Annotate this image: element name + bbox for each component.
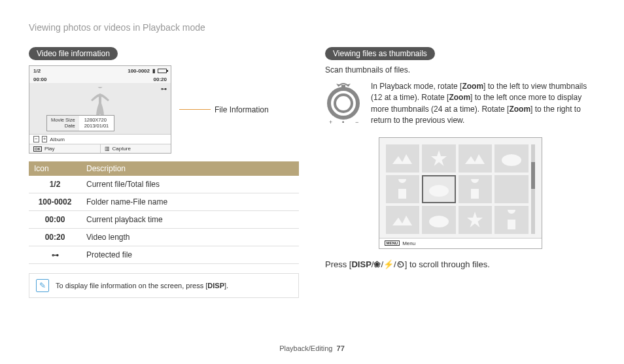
ok-icon: OK — [33, 146, 42, 152]
right-column: Viewing files as thumbnails Scan thumbna… — [325, 47, 595, 298]
thumbnail-cell — [494, 206, 529, 234]
menu-label: Menu — [402, 240, 415, 246]
thumbnail-cell — [494, 175, 529, 203]
thumbnail-cell — [386, 144, 420, 173]
file-info-overlay: Movie Size Date 1280X720 2013/01/01 — [46, 115, 114, 132]
svg-point-10 — [429, 216, 449, 227]
zoom-dial-icon: + • − — [325, 81, 362, 127]
thumbnail-screen-mock: MENU Menu — [379, 137, 542, 249]
disp-button-label: DISP — [207, 282, 224, 290]
album-label: Album — [50, 137, 65, 142]
svg-point-9 — [429, 185, 449, 197]
left-column: Video file information 1/2 100-0002 ▮ 00… — [29, 47, 299, 298]
thumbnail-cell — [422, 144, 456, 173]
thumbnail-cell — [386, 175, 420, 203]
table-row: 00:20Video length — [29, 229, 299, 246]
thumbnail-scrollbar[interactable] — [531, 144, 535, 234]
svg-rect-4 — [341, 85, 345, 88]
camera-screen-mock: 1/2 100-0002 ▮ 00:00 00:20 ⊶ — [29, 65, 171, 154]
folder-file-name: 100-0002 — [128, 68, 150, 74]
thumbnail-cell — [459, 206, 493, 234]
thumbnail-cell — [459, 144, 493, 173]
zoom-instruction-text: In Playback mode, rotate [Zoom] to the l… — [371, 81, 595, 127]
svg-text:+: + — [329, 119, 332, 125]
thumbnails-subtext: Scan thumbnails of files. — [325, 65, 595, 74]
thumbnail-grid — [386, 144, 529, 234]
screen-time-row: 00:00 00:20 — [29, 76, 171, 83]
section-pill-video-info: Video file information — [29, 47, 118, 60]
manual-page: Viewing photos or videos in Playback mod… — [0, 0, 624, 364]
battery-icon — [158, 69, 167, 73]
protected-file-icon: ⊶ — [161, 86, 167, 92]
capture-icon: ▥ — [105, 146, 110, 152]
info-value-date: 2013/01/01 — [84, 123, 109, 129]
section-pill-thumbnails: Viewing files as thumbnails — [325, 47, 435, 60]
macro-icon: ❀ — [373, 259, 381, 269]
screen-body: ⊶ Movie Size Date — [29, 83, 171, 134]
play-label: Play — [44, 146, 55, 152]
info-value-movie-size: 1280X720 — [84, 117, 109, 124]
table-head-desc: Description — [81, 161, 299, 176]
svg-text:•: • — [342, 119, 344, 125]
thumbnail-cell — [386, 206, 420, 234]
table-head-icon: Icon — [29, 161, 81, 176]
icon-description-table: Icon Description 1/2Current file/Total f… — [29, 161, 299, 264]
thumbnail-cell-selected — [422, 175, 456, 203]
scrollbar-thumb[interactable] — [531, 162, 535, 189]
zoom-out-icon: − — [33, 136, 39, 142]
info-label-movie-size: Movie Size — [51, 117, 75, 124]
callout: File Information — [179, 105, 269, 114]
two-column-layout: Video file information 1/2 100-0002 ▮ 00… — [29, 47, 595, 298]
callout-text: File Information — [215, 105, 269, 114]
screen-bottom-bar: OKPlay ▥Capture — [29, 144, 171, 153]
video-length: 00:20 — [154, 76, 167, 82]
footer-section: Playback/Editing — [279, 344, 332, 352]
video-info-figure-row: 1/2 100-0002 ▮ 00:00 00:20 ⊶ — [29, 65, 299, 154]
table-row: ⊶Protected file — [29, 246, 299, 264]
capture-label: Capture — [113, 146, 131, 152]
press-instruction: Press [DISP/❀/⚡/⏲] to scroll through fil… — [325, 259, 595, 269]
thumbnail-cell — [459, 175, 493, 203]
current-playback-time: 00:00 — [33, 76, 46, 82]
menu-button-icon: MENU — [385, 240, 400, 246]
table-row: 00:00Current playback time — [29, 211, 299, 229]
svg-text:−: − — [355, 119, 358, 125]
album-row: −+ Album — [29, 134, 171, 144]
note-text: To display file information on the scree… — [56, 282, 228, 290]
thumbnail-cell — [422, 206, 456, 234]
page-footer: Playback/Editing 77 — [0, 344, 624, 352]
screen-top-bar: 1/2 100-0002 ▮ — [29, 66, 171, 76]
table-row: 100-0002Folder name-File name — [29, 193, 299, 211]
zoom-instruction-block: + • − In Playback mode, rotate [Zoom] to… — [325, 81, 595, 127]
footer-page-number: 77 — [337, 344, 345, 352]
callout-leader-line — [179, 109, 211, 110]
disp-label: DISP — [351, 259, 371, 269]
flash-icon: ⚡ — [383, 259, 394, 269]
timer-icon: ⏲ — [396, 259, 405, 269]
thumbnail-menu-bar: MENU Menu — [379, 238, 542, 248]
file-counter: 1/2 — [33, 68, 41, 74]
page-header: Viewing photos or videos in Playback mod… — [29, 22, 595, 33]
zoom-in-icon: + — [42, 136, 48, 142]
thumbnail-cell — [494, 144, 529, 173]
zoom-label: Zoom — [462, 82, 483, 91]
table-row: 1/2Current file/Total files — [29, 176, 299, 193]
svg-point-8 — [502, 154, 521, 166]
note-icon: ✎ — [36, 279, 49, 292]
sd-card-icon: ▮ — [152, 68, 155, 74]
note-box: ✎ To display file information on the scr… — [29, 273, 299, 298]
svg-point-1 — [335, 95, 352, 112]
info-label-date: Date — [51, 123, 75, 129]
